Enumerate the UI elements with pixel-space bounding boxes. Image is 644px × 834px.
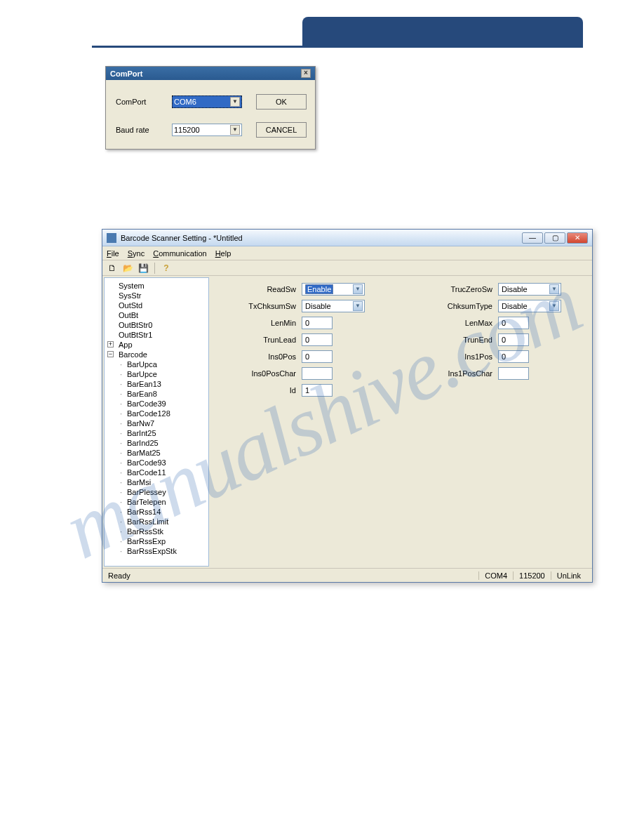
trunlead-label: TrunLead [224, 336, 302, 344]
ins0pos-label: Ins0Pos [224, 352, 302, 361]
tree-item-outbtstr0[interactable]: OutBtStr0 [106, 320, 207, 330]
page-header [0, 0, 644, 48]
baudrate-label: Baud rate [116, 126, 172, 134]
tree-item-barcode39[interactable]: BarCode39 [106, 399, 207, 409]
tree-item-app[interactable]: +App [106, 340, 207, 350]
tree-item-barnw7[interactable]: BarNw7 [106, 418, 207, 428]
tree-item-barrssexpstk[interactable]: BarRssExpStk [106, 546, 207, 556]
status-ready: Ready [108, 571, 478, 580]
baudrate-select[interactable]: 115200 ▼ [172, 124, 242, 136]
menu-communication[interactable]: Communication [153, 249, 206, 258]
tree-item-outstd[interactable]: OutStd [106, 300, 207, 310]
truczero-select[interactable]: Disable ▼ [498, 283, 561, 296]
header-line-deco [92, 46, 583, 48]
trunend-field[interactable]: 0 [498, 333, 529, 346]
minimize-button[interactable]: — [522, 232, 543, 244]
chevron-down-icon: ▼ [230, 125, 240, 135]
truczero-label: TrucZeroSw [421, 285, 498, 293]
ins1pos-label: Ins1Pos [421, 352, 498, 361]
tree-item-barmsi[interactable]: BarMsi [106, 477, 207, 487]
trunend-label: TrunEnd [421, 336, 498, 344]
tree-item-barcode93[interactable]: BarCode93 [106, 458, 207, 468]
new-file-icon[interactable]: 🗋 [107, 263, 118, 274]
id-field[interactable]: 1 [302, 384, 333, 397]
id-label: Id [224, 386, 302, 395]
chevron-down-icon: ▼ [549, 301, 559, 311]
settings-tree[interactable]: System SysStr OutStd OutBt OutBtStr0 Out… [104, 277, 209, 567]
close-button[interactable]: ✕ [567, 232, 588, 244]
tree-item-barmat25[interactable]: BarMat25 [106, 448, 207, 458]
tree-item-barcode128[interactable]: BarCode128 [106, 409, 207, 418]
baudrate-value: 115200 [174, 126, 200, 134]
ins1pos-field[interactable]: 0 [498, 350, 529, 363]
ins1posch-label: Ins1PosChar [421, 369, 498, 378]
open-file-icon[interactable]: 📂 [122, 263, 133, 274]
close-icon[interactable]: × [301, 69, 311, 78]
cancel-button[interactable]: CANCEL [256, 122, 307, 138]
lenmin-field[interactable]: 0 [302, 317, 333, 329]
tree-item-barupca[interactable]: BarUpca [106, 359, 207, 369]
truczero-value: Disable [502, 285, 528, 293]
tree-item-barplessey[interactable]: BarPlessey [106, 487, 207, 497]
tree-item-barrss14[interactable]: BarRss14 [106, 507, 207, 517]
chevron-down-icon: ▼ [353, 301, 363, 311]
ins0posch-label: Ins0PosChar [224, 369, 302, 378]
tree-item-barean13[interactable]: BarEan13 [106, 379, 207, 389]
menu-file[interactable]: File [107, 249, 119, 258]
lenmin-label: LenMin [224, 319, 302, 327]
tree-item-bartelepen[interactable]: BarTelepen [106, 497, 207, 507]
trunlead-field[interactable]: 0 [302, 333, 333, 346]
tree-item-barrssstk[interactable]: BarRssStk [106, 527, 207, 536]
comport-dialog: ComPort × ComPort COM6 ▼ OK Baud rate 11… [105, 66, 316, 150]
app-icon [107, 233, 116, 243]
tree-item-outbtstr1[interactable]: OutBtStr1 [106, 330, 207, 340]
header-tab-deco [302, 17, 583, 48]
tree-item-outbt[interactable]: OutBt [106, 310, 207, 320]
ins1posch-field[interactable] [498, 367, 529, 380]
app-menu-bar: File Sync Communication Help [102, 246, 592, 260]
menu-help[interactable]: Help [215, 249, 232, 258]
app-titlebar[interactable]: Barcode Scanner Setting - *Untitled — ▢ … [102, 230, 592, 246]
txchksum-label: TxChksumSw [224, 302, 302, 310]
expand-minus-icon[interactable]: − [107, 351, 114, 357]
tree-item-barupce[interactable]: BarUpce [106, 369, 207, 379]
tree-item-barint25[interactable]: BarInt25 [106, 428, 207, 438]
comport-value: COM6 [174, 98, 196, 106]
chksumtype-label: ChksumType [421, 302, 498, 310]
comport-label: ComPort [116, 98, 172, 106]
lenmax-field[interactable]: 0 [498, 317, 529, 329]
txchksum-value: Disable [305, 302, 331, 310]
toolbar-separator [154, 263, 155, 274]
tree-item-system[interactable]: System [106, 281, 207, 291]
save-file-icon[interactable]: 💾 [137, 263, 149, 274]
tree-item-barcode11[interactable]: BarCode11 [106, 468, 207, 477]
ok-button[interactable]: OK [256, 94, 307, 110]
maximize-button[interactable]: ▢ [544, 232, 565, 244]
tree-item-barean8[interactable]: BarEan8 [106, 389, 207, 399]
txchksum-select[interactable]: Disable ▼ [302, 300, 365, 312]
status-com: COM4 [478, 571, 513, 580]
menu-sync[interactable]: Sync [128, 249, 145, 258]
comport-titlebar[interactable]: ComPort × [106, 67, 315, 80]
tree-item-barcode[interactable]: −Barcode [106, 350, 207, 359]
chksumtype-select[interactable]: Disable ▼ [498, 300, 561, 312]
help-icon[interactable]: ? [161, 263, 172, 274]
ins0pos-field[interactable]: 0 [302, 350, 333, 363]
status-bar: Ready COM4 115200 UnLink [102, 568, 592, 582]
tree-item-barrssexp[interactable]: BarRssExp [106, 536, 207, 546]
chevron-down-icon: ▼ [230, 97, 240, 107]
tree-item-barrsslimit[interactable]: BarRssLimit [106, 517, 207, 527]
tree-item-barind25[interactable]: BarInd25 [106, 438, 207, 448]
app-toolbar: 🗋 📂 💾 ? [102, 260, 592, 276]
expand-plus-icon[interactable]: + [107, 341, 114, 348]
readsw-value: Enable [305, 284, 333, 294]
tree-item-sysstr[interactable]: SysStr [106, 291, 207, 300]
chevron-down-icon: ▼ [353, 284, 363, 294]
lenmax-label: LenMax [421, 319, 498, 327]
comport-title-text: ComPort [110, 70, 142, 78]
ins0posch-field[interactable] [302, 367, 333, 380]
comport-select[interactable]: COM6 ▼ [172, 95, 242, 108]
readsw-select[interactable]: Enable ▼ [302, 283, 365, 296]
app-title: Barcode Scanner Setting - *Untitled [121, 234, 243, 242]
chksumtype-value: Disable [502, 302, 528, 310]
